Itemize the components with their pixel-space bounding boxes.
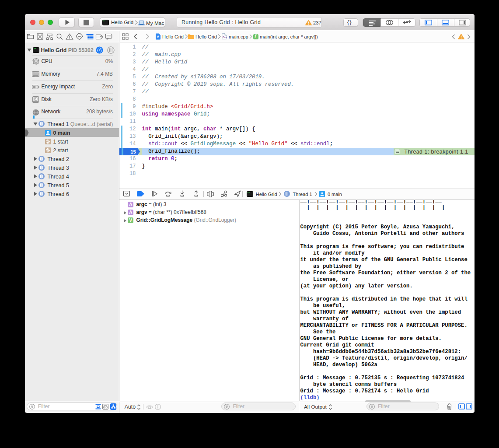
svg-text:C++: C++ (223, 36, 227, 38)
